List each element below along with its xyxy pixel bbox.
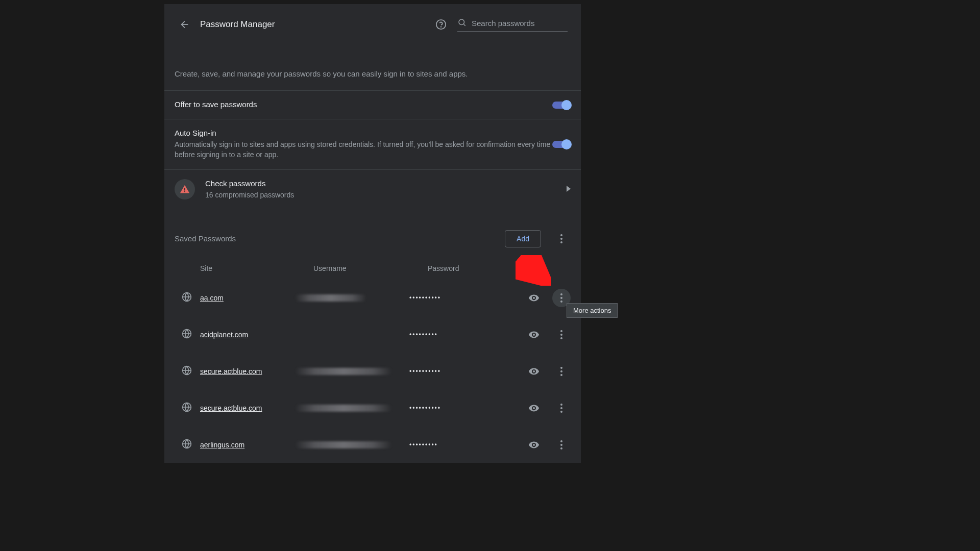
auto-signin-row: Auto Sign-in Automatically sign in to si… (164, 119, 581, 169)
svg-point-31 (560, 444, 562, 446)
check-sub: 16 compromised passwords (205, 190, 567, 200)
svg-point-32 (560, 447, 562, 449)
svg-point-29 (533, 444, 535, 446)
row-menu-button[interactable] (552, 436, 571, 454)
globe-icon (182, 329, 192, 340)
row-menu-button[interactable] (552, 362, 571, 381)
site-link[interactable]: aa.com (200, 294, 224, 302)
svg-point-22 (560, 374, 562, 376)
add-button[interactable]: Add (505, 230, 541, 247)
more-vert-icon (560, 293, 562, 303)
help-icon (435, 19, 447, 30)
check-title: Check passwords (205, 179, 567, 188)
password-row: aa.com•••••••••• (164, 280, 581, 316)
svg-point-15 (560, 330, 562, 332)
show-password-button[interactable] (525, 399, 543, 417)
eye-icon (528, 366, 540, 377)
chevron-right-icon (567, 185, 571, 194)
page-title: Password Manager (200, 19, 432, 30)
svg-point-1 (441, 27, 442, 27)
password-cell: ••••••••• (409, 331, 525, 338)
settings-panel: Password Manager Create, save, and manag… (164, 4, 581, 463)
svg-point-5 (560, 234, 562, 236)
globe-icon (182, 402, 192, 414)
saved-passwords-label: Saved Passwords (175, 234, 505, 243)
auto-signin-toggle[interactable] (552, 141, 571, 148)
header: Password Manager (164, 4, 581, 45)
eye-icon (528, 292, 540, 304)
password-cell: •••••••••• (409, 368, 525, 375)
search-field[interactable] (457, 18, 568, 32)
svg-point-17 (560, 337, 562, 339)
site-link[interactable]: secure.actblue.com (200, 404, 262, 412)
svg-point-16 (560, 334, 562, 336)
redacted-username (295, 368, 392, 375)
svg-point-14 (533, 334, 535, 336)
redacted-username (295, 441, 392, 448)
more-vert-icon (560, 367, 562, 376)
redacted-username (295, 405, 392, 412)
tooltip-more-actions: More actions (567, 303, 618, 318)
table-header: Site Username Password (164, 252, 581, 280)
auto-signin-sub: Automatically sign in to sites and apps … (175, 139, 552, 160)
site-link[interactable]: secure.actblue.com (200, 367, 262, 375)
password-cell: •••••••••• (409, 294, 525, 302)
saved-passwords-header: Saved Passwords Add (164, 209, 581, 252)
password-cell: ••••••••• (409, 441, 525, 448)
site-link[interactable]: aerlingus.com (200, 441, 244, 449)
offer-save-toggle[interactable] (552, 102, 571, 109)
site-cell: secure.actblue.com (182, 402, 295, 414)
warning-badge (175, 179, 195, 199)
globe-icon (182, 439, 192, 450)
check-passwords-row[interactable]: Check passwords 16 compromised passwords (164, 169, 581, 209)
show-password-button[interactable] (525, 436, 543, 454)
show-password-button[interactable] (525, 289, 543, 307)
username-cell (295, 441, 409, 448)
redacted-username (295, 294, 366, 302)
site-link[interactable]: acidplanet.com (200, 331, 248, 339)
password-row: secure.actblue.com•••••••••• (164, 390, 581, 427)
col-site: Site (200, 264, 313, 272)
row-menu-button[interactable] (552, 399, 571, 417)
more-vert-icon (560, 330, 562, 339)
site-cell: aerlingus.com (182, 439, 295, 450)
svg-point-7 (560, 241, 562, 243)
username-cell (295, 294, 409, 302)
more-vert-icon (560, 440, 562, 449)
eye-icon (528, 403, 540, 414)
svg-point-20 (560, 367, 562, 369)
arrow-left-icon (179, 19, 190, 30)
col-pass: Password (428, 264, 571, 272)
row-menu-button[interactable] (552, 325, 571, 344)
svg-point-10 (560, 293, 562, 295)
svg-point-30 (560, 440, 562, 442)
site-cell: acidplanet.com (182, 329, 295, 340)
section-menu-button[interactable] (552, 230, 571, 248)
offer-save-row: Offer to save passwords (164, 90, 581, 119)
help-button[interactable] (432, 15, 450, 34)
svg-point-26 (560, 407, 562, 409)
offer-save-label: Offer to save passwords (175, 100, 552, 109)
col-user: Username (313, 264, 428, 272)
username-cell (295, 368, 409, 375)
username-cell (295, 405, 409, 412)
warning-icon (180, 184, 190, 194)
search-icon (457, 18, 467, 29)
show-password-button[interactable] (525, 325, 543, 344)
page-description: Create, save, and manage your passwords … (164, 69, 581, 90)
back-button[interactable] (176, 15, 194, 34)
svg-point-25 (560, 404, 562, 406)
eye-icon (528, 329, 540, 340)
search-input[interactable] (472, 19, 568, 28)
svg-point-24 (533, 407, 535, 409)
svg-rect-4 (184, 191, 185, 192)
svg-point-12 (560, 300, 562, 303)
globe-icon (182, 292, 192, 304)
svg-point-9 (533, 297, 535, 299)
svg-point-6 (560, 238, 562, 240)
show-password-button[interactable] (525, 362, 543, 381)
password-cell: •••••••••• (409, 405, 525, 412)
password-row: aerlingus.com••••••••• (164, 427, 581, 463)
svg-point-19 (533, 370, 535, 372)
eye-icon (528, 439, 540, 450)
